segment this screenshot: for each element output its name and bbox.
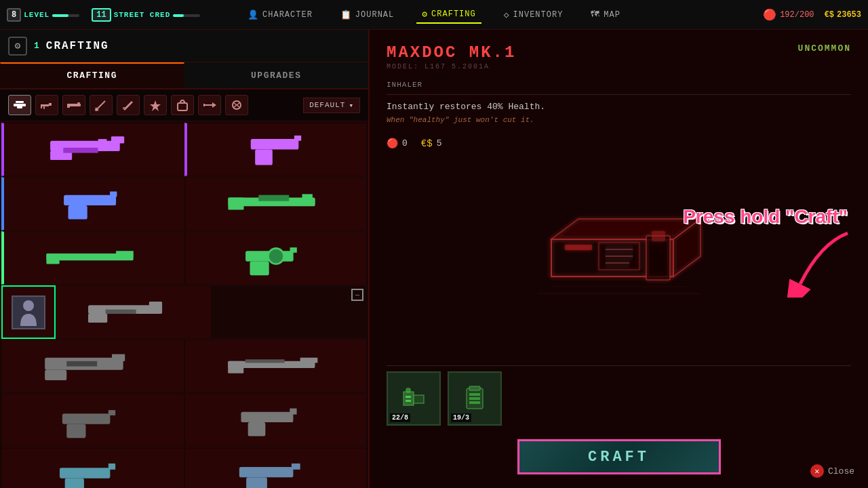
top-bar: 8 LEVEL 11 STREET CRED 👤 CHARACTER 📋 JOU… xyxy=(0,0,868,30)
item-rarity-badge: UNCOMMON xyxy=(798,43,851,54)
panel-title: CRAFTING xyxy=(46,40,109,52)
filter-bag-btn[interactable] xyxy=(171,95,194,115)
nav-crafting[interactable]: ⚙ CRAFTING xyxy=(416,6,481,24)
filter-knife-btn[interactable] xyxy=(117,95,140,115)
svg-rect-3 xyxy=(43,106,45,109)
svg-rect-80 xyxy=(469,386,480,390)
svg-rect-10 xyxy=(123,107,125,109)
annotation-arrow-icon xyxy=(766,230,861,298)
svg-rect-53 xyxy=(66,424,85,439)
other-filter-icon xyxy=(230,99,243,111)
close-button[interactable]: ✕ Close xyxy=(810,464,854,478)
character-icon: 👤 xyxy=(248,9,259,20)
journal-icon: 📋 xyxy=(340,9,352,20)
item-grid[interactable]: — xyxy=(0,121,368,488)
grid-cell-4-0[interactable] xyxy=(1,285,56,339)
filter-bar: DEFAULT ▾ xyxy=(0,89,368,121)
pistol5-teal-icon xyxy=(185,449,367,488)
tab-bar: CRAFTING UPGRADES xyxy=(0,62,368,89)
nav-journal[interactable]: 📋 JOURNAL xyxy=(335,7,399,23)
filter-sword-btn[interactable] xyxy=(90,95,113,115)
svg-rect-22 xyxy=(250,139,298,149)
item-description: Instantly restores 40% Health. xyxy=(387,102,851,112)
svg-rect-77 xyxy=(406,396,411,398)
street-cred-badge: 11 STREET CRED xyxy=(92,8,200,22)
filter-special-btn[interactable] xyxy=(144,95,167,115)
pistol-purple-icon xyxy=(187,123,367,176)
grid-cell-7-1[interactable] xyxy=(1,448,184,488)
filter-rifle-btn[interactable] xyxy=(62,95,85,115)
filter-pistol-btn[interactable] xyxy=(35,95,58,115)
currency-icon: €$ xyxy=(825,10,834,20)
component2-icon xyxy=(461,385,488,412)
filter-dropdown[interactable]: DEFAULT ▾ xyxy=(303,98,360,113)
street-cred-bar-fill xyxy=(173,14,184,17)
grid-cell-3-1[interactable] xyxy=(1,231,185,285)
separator xyxy=(387,365,851,366)
pistol4-teal-icon xyxy=(2,449,184,488)
grid-row-7 xyxy=(1,448,367,488)
health-value: 192/200 xyxy=(780,10,814,20)
svg-rect-24 xyxy=(294,136,300,141)
item-stats: 🔴 0 €$ 5 xyxy=(387,138,851,149)
grid-cell-6-2[interactable] xyxy=(184,394,368,447)
rifle-green-icon xyxy=(186,178,366,230)
all-items-icon xyxy=(13,100,26,110)
tab-upgrades[interactable]: UPGRADES xyxy=(184,62,369,88)
pistol-blue-icon xyxy=(4,178,184,230)
money-display: €$ 23653 xyxy=(825,10,861,20)
svg-rect-23 xyxy=(255,150,273,165)
dropdown-arrow-icon: ▾ xyxy=(349,101,354,110)
nav-map-label: MAP xyxy=(604,10,620,20)
grid-cell-5-1[interactable] xyxy=(1,340,184,393)
craft-button[interactable]: CRAFT xyxy=(517,439,721,474)
character-item-icon xyxy=(12,296,45,329)
smg-purple-icon xyxy=(4,123,184,176)
grid-cell-7-2[interactable] xyxy=(184,448,368,488)
svg-line-7 xyxy=(97,101,105,109)
grid-row-3 xyxy=(1,231,367,285)
grid-cell-2-2[interactable] xyxy=(185,177,367,230)
crafting-nav-icon: ⚙ xyxy=(422,9,428,20)
svg-rect-55 xyxy=(241,412,293,422)
grid-cell-4-1[interactable] xyxy=(56,285,212,339)
svg-rect-1 xyxy=(16,101,24,103)
grid-cell-6-1[interactable] xyxy=(1,394,184,447)
item-flavor-text: When "healthy" just won't cut it. xyxy=(387,116,851,124)
level-bar-fill xyxy=(52,14,68,17)
svg-rect-65 xyxy=(565,245,592,250)
tab-crafting[interactable]: CRAFTING xyxy=(0,62,184,88)
street-cred-number: 11 xyxy=(92,8,111,22)
svg-marker-14 xyxy=(212,102,216,108)
shotgun-gray-icon xyxy=(185,340,367,392)
level-number: 8 xyxy=(7,8,21,22)
grid-cell-3-2[interactable] xyxy=(185,231,367,285)
nav-inventory[interactable]: ◇ INVENTORY xyxy=(498,7,569,23)
grid-cell-1-1[interactable] xyxy=(1,123,184,176)
shotgun-green-icon xyxy=(4,232,184,284)
panel-level: 1 xyxy=(34,41,39,51)
money-stat-icon: €$ xyxy=(421,138,433,149)
svg-rect-84 xyxy=(469,401,480,404)
nav-character[interactable]: 👤 CHARACTER xyxy=(242,7,318,23)
stat-weight: 🔴 0 xyxy=(387,138,408,149)
component1-icon xyxy=(400,385,427,412)
pistol2-gray-icon xyxy=(2,394,184,447)
grid-cell-1-2[interactable] xyxy=(184,123,368,176)
tab-upgrades-label: UPGRADES xyxy=(251,70,301,81)
street-cred-label: STREET CRED xyxy=(114,11,171,19)
right-panel: MAXDOC MK.1 MODEL: L167 5.2001A UNCOMMON… xyxy=(370,30,868,488)
filter-all-btn[interactable] xyxy=(8,95,31,115)
grid-cell-4-2[interactable]: — xyxy=(212,285,368,339)
svg-rect-70 xyxy=(646,236,670,280)
svg-rect-0 xyxy=(14,104,26,106)
grid-cell-2-1[interactable] xyxy=(1,177,185,230)
grid-row-1 xyxy=(1,123,367,177)
grid-row-6 xyxy=(1,394,367,448)
filter-other-btn[interactable] xyxy=(225,95,248,115)
grid-cell-5-2[interactable] xyxy=(184,340,368,393)
svg-rect-29 xyxy=(228,198,243,210)
nav-map[interactable]: 🗺 MAP xyxy=(585,7,626,22)
svg-rect-12 xyxy=(178,103,187,110)
filter-arrow-btn[interactable] xyxy=(198,95,221,115)
